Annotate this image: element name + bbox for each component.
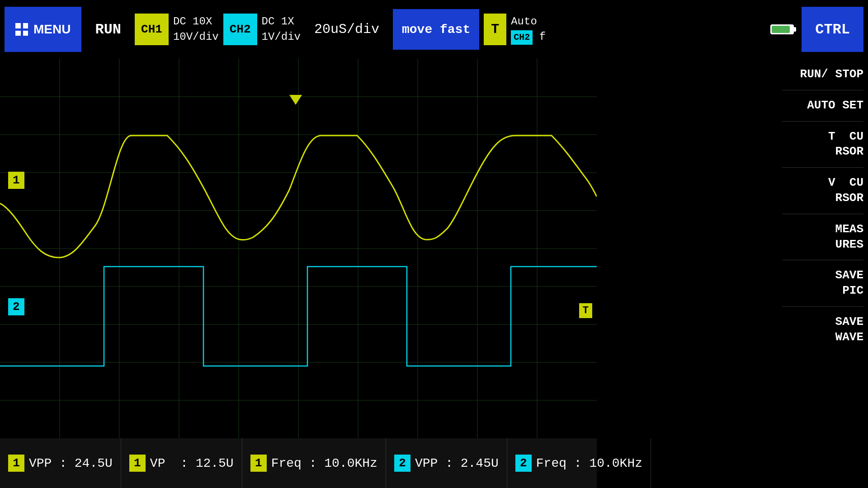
svg-rect-1 [793, 27, 796, 32]
save-wave-button[interactable]: SAVEWAVE [835, 311, 863, 349]
run-label: RUN [86, 21, 130, 38]
ch2-info: DC 1X 1V/div [262, 14, 301, 44]
ch2-badge[interactable]: CH2 [223, 14, 257, 45]
top-bar: MENU RUN CH1 DC 10X 10V/div CH2 DC 1X 1V… [0, 0, 868, 59]
divider [782, 167, 863, 168]
auto-set-button[interactable]: AUTO SET [807, 94, 863, 117]
ch1-badge-vp: 1 [129, 455, 146, 472]
status-ch1-vp: 1 VP : 12.5U [121, 438, 242, 488]
ch2-badge-vpp: 2 [394, 455, 410, 472]
menu-button[interactable]: MENU [5, 7, 81, 52]
right-sidebar: RUN/ STOP AUTO SET T CURSOR V CURSOR MEA… [782, 59, 868, 438]
auto-info: Auto CH2 f [511, 14, 546, 45]
t-badge[interactable]: T [484, 14, 506, 45]
divider [782, 306, 863, 307]
t-marker-right: T [579, 305, 592, 316]
v-cursor-button[interactable]: V CURSOR [828, 172, 863, 210]
trigger-marker [289, 95, 302, 105]
run-stop-button[interactable]: RUN/ STOP [800, 63, 863, 86]
ch2-marker: 2 [8, 298, 24, 315]
status-ch1-vpp: 1 VPP : 24.5U [0, 438, 121, 488]
ch1-badge-freq: 1 [250, 455, 267, 472]
svg-rect-2 [772, 26, 790, 33]
menu-label: MENU [33, 22, 71, 37]
ch1-vpp-value: VPP : 24.5U [29, 456, 113, 470]
ch1-vp-value: VP : 12.5U [150, 456, 234, 470]
t-cursor-button[interactable]: T CURSOR [828, 126, 863, 164]
oscilloscope-display: 1 2 T [0, 59, 597, 438]
ch2-vpp-value: VPP : 2.45U [415, 456, 499, 470]
divider [782, 121, 863, 122]
ch1-info: DC 10X 10V/div [173, 14, 219, 44]
status-ch2-vpp: 2 VPP : 2.45U [386, 438, 507, 488]
status-bar: 1 VPP : 24.5U 1 VP : 12.5U 1 Freq : 10.0… [0, 438, 597, 488]
divider [782, 90, 863, 90]
grid [0, 59, 597, 438]
ch2-badge-freq: 2 [515, 455, 532, 472]
ch2-freq-value: Freq : 10.0KHz [536, 456, 642, 470]
divider [782, 260, 863, 260]
ch1-freq-value: Freq : 10.0KHz [271, 456, 377, 470]
time-div: 20uS/div [305, 22, 388, 37]
status-ch1-freq: 1 Freq : 10.0KHz [242, 438, 386, 488]
status-ch2-freq: 2 Freq : 10.0KHz [507, 438, 651, 488]
ch1-badge-vpp: 1 [8, 455, 24, 472]
battery-icon [770, 23, 797, 36]
save-pic-button[interactable]: SAVEPIC [835, 264, 863, 302]
menu-icon [15, 23, 28, 36]
ch1-marker: 1 [8, 172, 24, 189]
ctrl-button[interactable]: CTRL [802, 7, 863, 52]
move-fast-button[interactable]: move fast [393, 9, 479, 50]
ch1-badge[interactable]: CH1 [135, 14, 169, 45]
divider [782, 214, 863, 214]
measures-button[interactable]: MEASURES [835, 218, 863, 256]
